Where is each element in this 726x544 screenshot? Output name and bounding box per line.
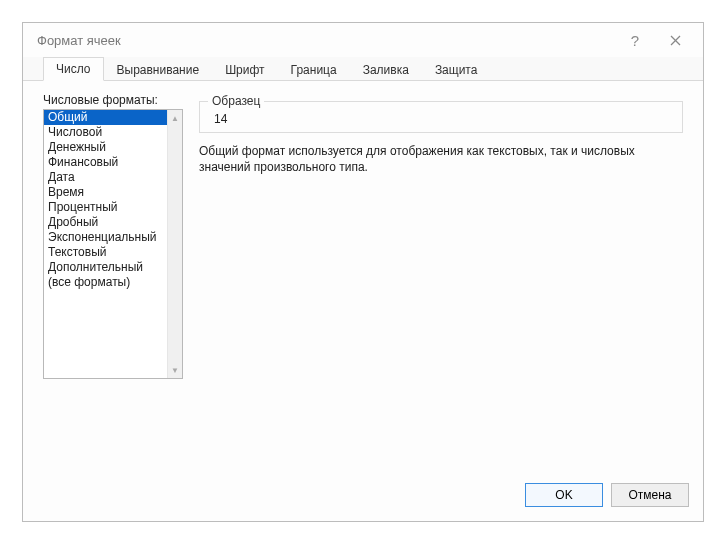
scroll-down-icon[interactable]: ▼ — [168, 362, 182, 378]
format-item-custom[interactable]: (все форматы) — [44, 275, 167, 290]
format-item-currency[interactable]: Денежный — [44, 140, 167, 155]
formats-listbox[interactable]: Общий Числовой Денежный Финансовый Дата … — [43, 109, 183, 379]
close-icon[interactable] — [655, 26, 695, 54]
titlebar: Формат ячеек ? — [23, 23, 703, 57]
sample-value: 14 — [210, 112, 674, 126]
format-item-time[interactable]: Время — [44, 185, 167, 200]
tab-font[interactable]: Шрифт — [212, 58, 277, 81]
tab-bar: Число Выравнивание Шрифт Граница Заливка… — [23, 57, 703, 81]
format-item-fraction[interactable]: Дробный — [44, 215, 167, 230]
help-icon[interactable]: ? — [615, 26, 655, 54]
format-item-text[interactable]: Текстовый — [44, 245, 167, 260]
tab-fill[interactable]: Заливка — [350, 58, 422, 81]
formats-scrollbar[interactable]: ▲ ▼ — [167, 110, 182, 378]
details-column: Образец 14 Общий формат используется для… — [199, 93, 683, 469]
format-description: Общий формат используется для отображени… — [199, 143, 683, 175]
tab-border[interactable]: Граница — [278, 58, 350, 81]
tab-protection[interactable]: Защита — [422, 58, 491, 81]
format-item-number[interactable]: Числовой — [44, 125, 167, 140]
dialog-title: Формат ячеек — [37, 33, 615, 48]
sample-label: Образец — [208, 94, 264, 108]
tab-alignment[interactable]: Выравнивание — [104, 58, 213, 81]
tab-number[interactable]: Число — [43, 57, 104, 81]
format-item-accounting[interactable]: Финансовый — [44, 155, 167, 170]
content-area: Числовые форматы: Общий Числовой Денежны… — [23, 81, 703, 473]
cancel-button[interactable]: Отмена — [611, 483, 689, 507]
format-item-general[interactable]: Общий — [44, 110, 167, 125]
dialog-buttons: OK Отмена — [23, 473, 703, 521]
formats-column: Числовые форматы: Общий Числовой Денежны… — [43, 93, 183, 469]
format-item-percentage[interactable]: Процентный — [44, 200, 167, 215]
format-item-date[interactable]: Дата — [44, 170, 167, 185]
sample-group: Образец 14 — [199, 101, 683, 133]
format-cells-dialog: Формат ячеек ? Число Выравнивание Шрифт … — [22, 22, 704, 522]
ok-button[interactable]: OK — [525, 483, 603, 507]
formats-label: Числовые форматы: — [43, 93, 183, 107]
format-item-special[interactable]: Дополнительный — [44, 260, 167, 275]
format-item-scientific[interactable]: Экспоненциальный — [44, 230, 167, 245]
scroll-up-icon[interactable]: ▲ — [168, 110, 182, 126]
